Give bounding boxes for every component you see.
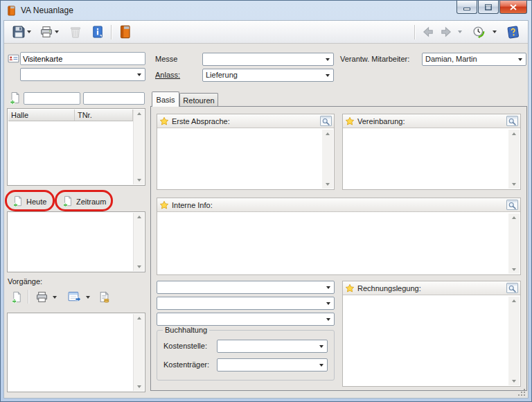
print-button[interactable] xyxy=(37,23,61,41)
erste-absprache-zoom-icon[interactable] xyxy=(320,116,332,126)
interne-info-scrollbar[interactable] xyxy=(508,213,520,274)
messe-combobox[interactable] xyxy=(202,53,334,66)
erste-absprache-scrollbar[interactable] xyxy=(322,130,333,189)
rechnungslegung-zoom-icon[interactable] xyxy=(506,283,518,293)
rechnungslegung-label: Rechnungslegung: xyxy=(357,284,504,292)
vorgaenge-listbox-scrollbar[interactable] xyxy=(133,314,144,391)
kostentraeger-label: Kostenträger: xyxy=(163,360,209,369)
anlass-link[interactable]: Anlass: xyxy=(155,71,180,80)
middle-combobox-1[interactable] xyxy=(157,281,335,294)
add-document-icon xyxy=(12,195,24,207)
erste-absprache-label: Erste Absprache: xyxy=(172,117,317,125)
verantwortlich-label: Verantw. Mitarbeiter: xyxy=(340,55,409,64)
back-button[interactable] xyxy=(420,23,436,41)
vereinbarung-textarea[interactable] xyxy=(343,129,520,189)
vorgang-billing-button[interactable] xyxy=(96,290,113,304)
kostenstelle-combobox[interactable] xyxy=(217,340,328,353)
dossier-button[interactable] xyxy=(115,23,134,41)
vereinbarung-zoom-icon[interactable] xyxy=(506,116,518,126)
date-listbox-scrollbar[interactable] xyxy=(133,213,144,271)
tab-panel-basis: Erste Absprache: xyxy=(150,106,527,391)
participation-table[interactable]: Halle TNr. xyxy=(7,108,145,186)
rechnungslegung-group: Rechnungslegung: xyxy=(342,281,521,387)
vorgang-export-button[interactable] xyxy=(65,290,93,304)
column-header-tnr[interactable]: TNr. xyxy=(75,110,133,121)
messe-label: Messe xyxy=(155,55,177,64)
vorgang-print-dropdown[interactable] xyxy=(53,296,57,299)
dossier-book-icon xyxy=(118,25,132,39)
trash-icon xyxy=(69,26,82,38)
column-header-halle[interactable]: Halle xyxy=(8,110,75,121)
save-dropdown-caret[interactable] xyxy=(27,30,31,33)
buchhaltung-legend: Buchhaltung xyxy=(163,326,209,334)
vorgang-export-dropdown[interactable] xyxy=(86,296,90,299)
kostentraeger-combo-arrow[interactable] xyxy=(316,359,327,371)
buchhaltung-groupbox: Buchhaltung Kostenstelle: Kostenträger: xyxy=(157,330,335,381)
maximize-button[interactable] xyxy=(478,1,499,14)
add-document-icon xyxy=(9,91,21,105)
date-listbox[interactable] xyxy=(7,211,145,272)
erste-absprache-textarea[interactable] xyxy=(157,129,334,189)
vorgang-toolbar-separator xyxy=(28,290,28,304)
middle-combobox-1-arrow[interactable] xyxy=(323,281,334,293)
vereinbarung-scrollbar[interactable] xyxy=(508,130,520,189)
star-icon xyxy=(159,116,169,126)
kostentraeger-combobox[interactable] xyxy=(217,358,328,372)
contact-combo-arrow[interactable] xyxy=(134,69,145,80)
rechnungslegung-scrollbar[interactable] xyxy=(508,297,520,385)
vereinbarung-group: Vereinbarung: xyxy=(342,114,521,190)
heute-button[interactable]: Heute xyxy=(10,194,49,209)
participation-table-scrollbar[interactable] xyxy=(133,110,144,184)
save-button[interactable] xyxy=(10,23,33,41)
star-icon xyxy=(345,116,355,126)
vorgaenge-listbox[interactable] xyxy=(7,313,145,392)
history-dropdown[interactable] xyxy=(489,23,497,41)
erste-absprache-group: Erste Absprache: xyxy=(157,114,335,190)
resize-grip[interactable] xyxy=(517,387,526,397)
middle-combobox-3[interactable] xyxy=(157,313,335,326)
anlass-combo-arrow[interactable] xyxy=(322,69,333,81)
kostenstelle-combo-arrow[interactable] xyxy=(316,340,327,352)
print-dropdown-caret[interactable] xyxy=(55,30,59,33)
forward-dropdown[interactable] xyxy=(454,23,463,41)
history-button[interactable] xyxy=(470,23,488,41)
stand-filter-input[interactable] xyxy=(83,92,145,105)
print-icon xyxy=(40,26,53,38)
save-icon xyxy=(12,26,25,38)
client-area: Halle TNr. Heute Zeitraum xyxy=(4,44,528,398)
verantwortlich-combobox[interactable]: Damian, Martin xyxy=(422,53,526,66)
kostenstelle-label: Kostenstelle: xyxy=(163,342,207,351)
tab-retouren[interactable]: Retouren xyxy=(179,93,218,107)
add-participation-button[interactable] xyxy=(6,90,24,106)
middle-combobox-3-arrow[interactable] xyxy=(323,313,334,325)
delete-button[interactable] xyxy=(66,23,85,41)
forward-button[interactable] xyxy=(438,23,454,41)
vorgang-print-button[interactable] xyxy=(33,290,60,304)
rechnungslegung-textarea[interactable] xyxy=(343,296,520,386)
close-button[interactable] xyxy=(499,1,527,14)
print-icon xyxy=(36,291,48,303)
messe-combo-arrow[interactable] xyxy=(322,53,333,65)
minimize-button[interactable] xyxy=(456,1,477,14)
application-window: VA Neuanlage xyxy=(0,0,532,402)
back-arrow-icon xyxy=(422,26,434,38)
app-book-icon xyxy=(6,6,17,16)
forward-arrow-icon xyxy=(440,26,452,38)
interne-info-zoom-icon[interactable] xyxy=(506,200,518,210)
anlass-combobox[interactable]: Lieferung xyxy=(202,69,334,82)
verantwortlich-combo-arrow[interactable] xyxy=(515,53,526,65)
info-button[interactable] xyxy=(89,23,107,41)
tab-basis[interactable]: Basis xyxy=(152,91,179,107)
document-coins-icon xyxy=(98,291,110,303)
hall-filter-input[interactable] xyxy=(24,92,80,105)
zeitraum-button[interactable]: Zeitraum xyxy=(60,194,109,209)
window-title: VA Neuanlage xyxy=(21,6,73,15)
interne-info-textarea[interactable] xyxy=(157,213,520,274)
middle-combobox-2[interactable] xyxy=(157,297,335,310)
contact-input[interactable] xyxy=(20,52,145,65)
toolbar-separator xyxy=(111,25,112,40)
help-button[interactable] xyxy=(503,23,522,41)
contact-combobox[interactable] xyxy=(20,68,145,81)
middle-combobox-2-arrow[interactable] xyxy=(323,297,334,309)
vorgang-add-button[interactable] xyxy=(8,290,26,305)
